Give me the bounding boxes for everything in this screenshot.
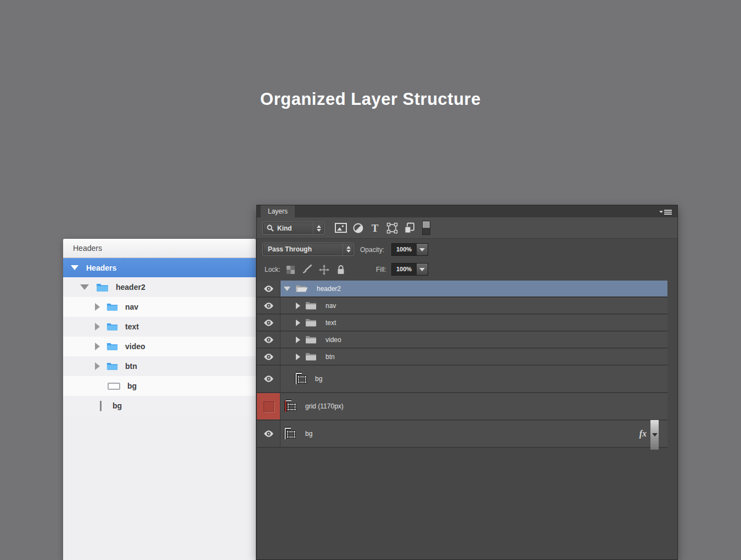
lock-position-move-icon[interactable] — [318, 264, 330, 276]
layer-name: text — [325, 319, 336, 327]
visibility-eye-icon[interactable] — [257, 298, 280, 313]
layer-name: bg — [315, 375, 322, 383]
filter-kind-dropdown[interactable]: Kind — [262, 222, 324, 234]
layer-row-video[interactable]: video — [257, 332, 667, 349]
layer-row-bg-group[interactable]: bg — [257, 366, 667, 393]
layer-row-btn[interactable]: btn — [257, 349, 667, 366]
filter-row: Kind T — [257, 217, 677, 238]
filter-type-layers-icon[interactable]: T — [368, 221, 381, 234]
smart-object-thumbnail-icon[interactable] — [283, 427, 297, 441]
blend-mode-row: Pass Through Opacity: 100% — [257, 238, 677, 259]
lock-all-padlock-icon[interactable] — [335, 264, 347, 276]
smart-object-thumbnail-icon[interactable] — [283, 399, 297, 413]
layer-name: video — [325, 336, 341, 344]
tree-item-label: bg — [127, 382, 137, 390]
tree-item-label: bg — [113, 401, 122, 410]
folder-icon — [305, 335, 317, 344]
filter-toggle-switch[interactable] — [422, 221, 430, 235]
layer-name: grid (1170px) — [305, 402, 344, 410]
tree-row-nav[interactable]: nav — [63, 297, 256, 317]
open-folder-icon — [295, 284, 308, 293]
group-chevron-right-icon[interactable] — [296, 354, 300, 360]
rectangle-layer-icon — [108, 383, 120, 390]
visibility-toggle-hidden[interactable] — [257, 393, 280, 419]
filter-adjustment-layers-icon[interactable] — [351, 221, 364, 234]
fill-dropdown-arrow-icon[interactable] — [417, 263, 428, 276]
tree-row-bg[interactable]: bg — [63, 376, 256, 396]
layer-row-nav[interactable]: nav — [257, 298, 667, 315]
layer-row-bg-bottom[interactable]: bg fx — [257, 421, 667, 448]
group-chevron-right-icon[interactable] — [296, 337, 300, 343]
tab-layers[interactable]: Layers — [261, 205, 295, 217]
tree-row-header2[interactable]: header2 — [63, 277, 256, 297]
folder-icon — [305, 352, 317, 361]
group-chevron-right-icon[interactable] — [296, 320, 300, 326]
visibility-eye-icon[interactable] — [257, 281, 280, 296]
layer-name: bg — [305, 430, 312, 438]
photoshop-layers-panel: Layers Kind T — [256, 205, 678, 560]
visibility-eye-icon[interactable] — [257, 349, 280, 365]
panel-tab-bar: Layers — [257, 205, 677, 217]
tree-item-label: header2 — [116, 283, 145, 292]
layer-row-text[interactable]: text — [257, 315, 667, 332]
opacity-input[interactable]: 100% — [391, 243, 428, 256]
blend-mode-value: Pass Through — [268, 245, 312, 253]
spinner-arrows-icon[interactable] — [343, 243, 353, 255]
lock-label: Lock: — [265, 266, 280, 273]
fill-value[interactable]: 100% — [391, 263, 417, 276]
spinner-arrows-icon[interactable] — [313, 222, 324, 234]
tree-panel-header: Headers — [63, 239, 256, 258]
visibility-eye-icon[interactable] — [257, 332, 280, 348]
lock-pixels-brush-icon[interactable] — [301, 264, 313, 276]
filter-pixel-layers-icon[interactable] — [334, 221, 347, 234]
lock-transparency-icon[interactable] — [284, 264, 296, 276]
chevron-right-icon[interactable] — [95, 343, 100, 350]
visibility-eye-icon[interactable] — [257, 315, 280, 331]
layers-list: header2 nav — [257, 281, 667, 448]
lock-row: Lock: Fill: 100% — [257, 259, 677, 280]
group-chevron-down-icon[interactable] — [284, 287, 290, 291]
hidden-eye-box — [263, 401, 274, 412]
chevron-right-icon[interactable] — [95, 323, 100, 331]
filter-kind-label: Kind — [277, 225, 292, 232]
layer-row-header2[interactable]: header2 — [257, 281, 667, 298]
visibility-eye-icon[interactable] — [257, 421, 280, 447]
fill-label: Fill: — [376, 266, 386, 273]
tree-root-label: Headers — [86, 264, 116, 272]
layer-name: btn — [325, 353, 335, 361]
fill-input[interactable]: 100% — [391, 263, 428, 276]
opacity-value[interactable]: 100% — [391, 243, 417, 256]
filter-smart-objects-icon[interactable] — [403, 221, 416, 234]
layer-row-grid[interactable]: grid (1170px) — [257, 393, 667, 421]
tree-row-text[interactable]: text — [63, 317, 256, 337]
chevron-right-icon[interactable] — [95, 362, 100, 370]
smart-object-thumbnail-icon[interactable] — [294, 372, 308, 386]
opacity-label: Opacity: — [360, 246, 384, 254]
bar-layer-icon — [100, 401, 102, 411]
layer-name: header2 — [317, 285, 341, 293]
chevron-right-icon[interactable] — [95, 303, 100, 311]
tree-row-btn[interactable]: btn — [63, 356, 256, 376]
layer-effects-fx-badge[interactable]: fx — [639, 429, 647, 439]
tree-row-bg-root[interactable]: bg — [63, 396, 256, 416]
folder-icon — [106, 342, 118, 351]
tree-item-label: video — [125, 342, 145, 351]
blend-mode-dropdown[interactable]: Pass Through — [262, 243, 354, 256]
folder-icon — [305, 301, 317, 310]
effects-collapse-chevron[interactable] — [650, 420, 659, 450]
layer-tree-panel: Headers Headers header2 nav text — [63, 239, 256, 560]
group-chevron-right-icon[interactable] — [296, 303, 300, 309]
tree-row-video[interactable]: video — [63, 337, 256, 356]
visibility-eye-icon[interactable] — [257, 366, 280, 392]
tree-item-label: btn — [125, 362, 137, 371]
tree-row-headers-root[interactable]: Headers — [63, 258, 256, 277]
filter-shape-layers-icon[interactable] — [385, 221, 398, 234]
chevron-down-icon[interactable] — [80, 284, 89, 290]
opacity-dropdown-arrow-icon[interactable] — [417, 243, 428, 256]
folder-icon — [96, 283, 109, 292]
search-icon — [267, 225, 274, 232]
layer-name: nav — [325, 302, 336, 310]
folder-icon — [106, 362, 118, 371]
panel-menu-icon[interactable] — [659, 208, 672, 218]
chevron-down-icon[interactable] — [71, 265, 78, 270]
